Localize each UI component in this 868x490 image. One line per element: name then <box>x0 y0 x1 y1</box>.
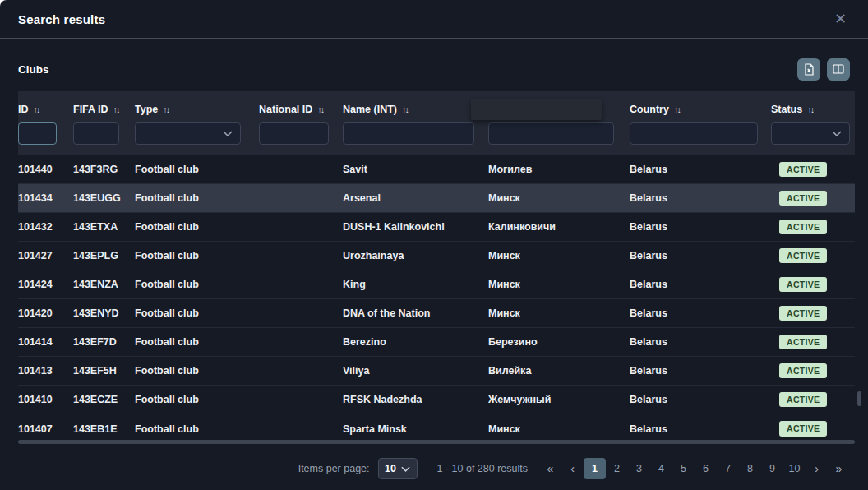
page-number-button[interactable]: 9 <box>761 458 783 479</box>
type-filter-select[interactable] <box>135 122 241 145</box>
cell-name-local: Могилев <box>488 155 630 183</box>
cell-id: 101407 <box>18 414 73 443</box>
chevron-down-icon <box>401 463 410 474</box>
prev-page-icon[interactable]: ‹ <box>561 458 584 479</box>
first-page-icon[interactable]: « <box>539 458 561 479</box>
status-badge: ACTIVE <box>779 392 827 408</box>
page-number-button[interactable]: 8 <box>739 458 761 479</box>
col-header-name-int[interactable]: Name (INT) <box>343 104 397 115</box>
cell-fifa-id: 143EF7D <box>73 328 135 356</box>
col-header-id[interactable]: ID <box>18 104 29 115</box>
close-icon[interactable]: ✕ <box>831 8 850 30</box>
status-badge: ACTIVE <box>779 335 827 350</box>
page-number-button[interactable]: 1 <box>584 458 606 479</box>
col-header-type[interactable]: Type <box>135 104 158 115</box>
name-int-filter-input[interactable] <box>343 122 474 145</box>
table-row[interactable]: 101407 143EB1E Football club Sparta Mins… <box>18 414 855 443</box>
section-title: Clubs <box>18 63 49 76</box>
table-row[interactable]: 101413 143EF5H Football club Viliya Виле… <box>18 357 855 386</box>
cell-national-id <box>259 213 343 241</box>
table-row[interactable]: 101424 143ENZA Football club King Минск … <box>18 270 855 299</box>
table-row[interactable]: 101420 143ENYD Football club DNA of the … <box>18 299 855 328</box>
horizontal-scrollbar[interactable] <box>18 440 855 444</box>
cell-name-local: Минск <box>488 270 630 298</box>
name-local-filter-input[interactable] <box>488 122 614 145</box>
vertical-scrollbar[interactable] <box>857 391 861 406</box>
table-row[interactable]: 101432 143ETXA Football club DUSH-1 Kali… <box>18 213 855 242</box>
status-badge: ACTIVE <box>779 363 827 379</box>
cell-national-id <box>259 414 343 443</box>
sort-icon[interactable]: ↑↓ <box>163 104 169 114</box>
cell-type: Football club <box>135 386 259 414</box>
cell-name-int: Urozhainaya <box>343 242 488 270</box>
cell-country: Belarus <box>630 155 771 183</box>
export-file-button[interactable] <box>797 58 820 81</box>
sort-icon[interactable]: ↑↓ <box>34 104 39 114</box>
cell-type: Football club <box>135 270 259 298</box>
page-number-button[interactable]: 4 <box>650 458 672 479</box>
table-row[interactable]: 101414 143EF7D Football club Berezino Бе… <box>18 328 855 357</box>
sort-icon[interactable]: ↑↓ <box>317 104 323 114</box>
cell-fifa-id: 143EUGG <box>73 184 135 212</box>
next-page-icon[interactable]: › <box>806 458 828 479</box>
cell-type: Football club <box>135 414 259 443</box>
cell-id: 101414 <box>18 328 73 356</box>
cell-fifa-id: 143EPLG <box>73 242 135 270</box>
search-results-dialog: Search results ✕ Clubs <box>0 0 868 490</box>
cell-national-id <box>259 184 343 212</box>
cell-country: Belarus <box>630 328 771 356</box>
col-header-national-id[interactable]: National ID <box>259 104 312 115</box>
cell-name-local: Жемчужный <box>488 386 630 414</box>
table-row[interactable]: 101434 143EUGG Football club Arsenal Мин… <box>18 184 855 213</box>
page-number-button[interactable]: 5 <box>672 458 695 479</box>
fifa-id-filter-input[interactable] <box>73 122 119 145</box>
cell-type: Football club <box>135 155 259 183</box>
cell-name-int: Viliya <box>343 357 488 385</box>
cell-id: 101427 <box>18 242 73 270</box>
cell-national-id <box>259 328 343 356</box>
page-number-button[interactable]: 6 <box>695 458 717 479</box>
dialog-titlebar: Search results ✕ <box>0 0 868 39</box>
cell-name-int: DUSH-1 Kalinkovichi <box>343 213 488 241</box>
col-header-status[interactable]: Status <box>771 104 802 115</box>
file-export-icon <box>804 63 815 76</box>
page-number-button[interactable]: 3 <box>628 458 650 479</box>
table-row[interactable]: 101410 143ECZE Football club RFSK Nadezh… <box>18 386 855 414</box>
table-header: ID↑↓ FIFA ID↑↓ Type↑↓ National ID↑↓ Name… <box>18 91 855 155</box>
last-page-icon[interactable]: » <box>828 458 850 479</box>
cell-type: Football club <box>135 242 259 270</box>
cell-id: 101440 <box>18 155 73 183</box>
cell-id: 101410 <box>18 386 73 414</box>
chevron-down-icon <box>832 127 842 139</box>
page-number-button[interactable]: 2 <box>606 458 628 479</box>
status-badge: ACTIVE <box>779 162 827 178</box>
table-toolbar <box>797 58 850 81</box>
table-row[interactable]: 101440 143F3RG Football club Savit Могил… <box>18 155 855 184</box>
id-filter-input[interactable] <box>18 122 57 145</box>
cell-national-id <box>259 386 343 414</box>
column-chooser-button[interactable] <box>827 58 850 81</box>
page-number-button[interactable]: 10 <box>783 458 806 479</box>
cell-fifa-id: 143ENZA <box>73 270 135 298</box>
status-badge: ACTIVE <box>779 421 827 437</box>
national-id-filter-input[interactable] <box>259 122 329 145</box>
country-filter-input[interactable] <box>630 122 758 145</box>
cell-name-local: Минск <box>488 184 630 212</box>
page-number-button[interactable]: 7 <box>717 458 739 479</box>
cell-id: 101432 <box>18 213 73 241</box>
col-header-fifa-id[interactable]: FIFA ID <box>73 104 108 115</box>
sort-icon[interactable]: ↑↓ <box>402 104 408 114</box>
cell-country: Belarus <box>630 357 771 385</box>
status-filter-select[interactable] <box>771 122 850 145</box>
cell-fifa-id: 143ECZE <box>73 386 135 414</box>
sort-icon[interactable]: ↑↓ <box>807 104 813 114</box>
col-header-country[interactable]: Country <box>630 104 669 115</box>
sort-icon[interactable]: ↑↓ <box>674 104 680 114</box>
columns-icon <box>833 64 844 74</box>
sort-icon[interactable]: ↑↓ <box>113 104 119 114</box>
filter-row <box>18 121 855 146</box>
cell-name-int: Savit <box>343 155 488 183</box>
cell-fifa-id: 143EF5H <box>73 357 135 385</box>
items-per-page-select[interactable]: 10 <box>378 458 418 479</box>
table-row[interactable]: 101427 143EPLG Football club Urozhainaya… <box>18 242 855 270</box>
